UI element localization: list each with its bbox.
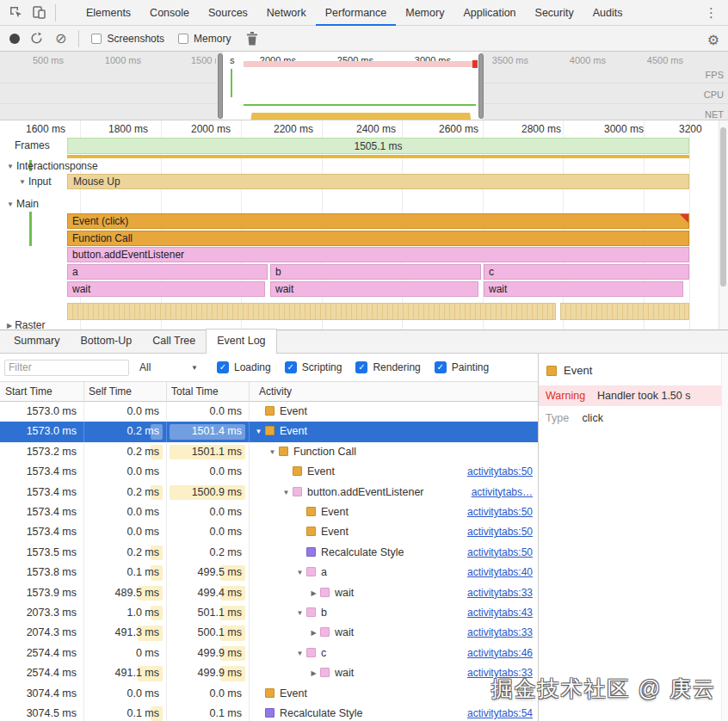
activity-strip[interactable] (67, 303, 556, 320)
loading-checkbox[interactable]: ✓Loading (217, 361, 271, 373)
bottom-tab-bottom-up[interactable]: Bottom-Up (70, 330, 142, 353)
collapse-arrow-icon[interactable]: ▼ (7, 163, 14, 170)
collapse-arrow-icon[interactable]: ▼ (7, 200, 14, 208)
flame-bar-event--click-[interactable]: Event (click) (67, 213, 689, 229)
column-divider[interactable] (249, 382, 250, 402)
source-link[interactable]: activitytabs:46 (467, 644, 533, 663)
record-button[interactable] (9, 34, 20, 44)
flame-bar-b[interactable]: b (270, 264, 481, 280)
source-link[interactable]: activitytabs:40 (467, 563, 533, 582)
checked-checkbox-icon[interactable]: ✓ (435, 361, 447, 373)
flame-bar-button-addeventlistener[interactable]: button.addEventListener (67, 247, 689, 262)
source-link[interactable]: activitytabs:33 (467, 623, 533, 643)
flame-chart-area[interactable]: 1600 ms1800 ms2000 ms2200 ms2400 ms2600 … (0, 120, 728, 330)
table-row[interactable]: 1573.4 ms0.0 ms0.0 msEventactivitytabs:5… (0, 522, 538, 542)
collapse-arrow-icon[interactable]: ▼ (19, 178, 26, 186)
table-row[interactable]: 2574.4 ms0 ms499.9 ms▼cactivitytabs:46 (0, 644, 538, 663)
bottom-tab-event-log[interactable]: Event Log (206, 329, 276, 354)
flame-bar-c[interactable]: c (484, 264, 689, 280)
bottom-tab-call-tree[interactable]: Call Tree (142, 330, 206, 353)
tab-elements[interactable]: Elements (77, 0, 140, 26)
rendering-checkbox[interactable]: ✓Rendering (355, 361, 420, 373)
collapse-arrow-icon[interactable]: ▼ (293, 563, 306, 582)
column-divider[interactable] (83, 382, 84, 402)
screenshots-checkbox-box[interactable] (91, 34, 102, 44)
column-header-activity[interactable]: Activity (259, 385, 292, 397)
trash-icon[interactable] (246, 32, 258, 46)
expand-arrow-icon[interactable]: ▶ (307, 623, 320, 643)
source-link[interactable]: activitytabs:33 (467, 583, 533, 603)
selection-right-handle[interactable] (478, 53, 484, 119)
activity-strip[interactable] (560, 303, 689, 320)
table-row[interactable]: 1573.0 ms0.2 ms1501.4 ms▼Event (0, 422, 538, 441)
painting-checkbox[interactable]: ✓Painting (435, 361, 489, 373)
source-link[interactable]: activitytabs:43 (467, 603, 533, 623)
flame-bar-a[interactable]: a (67, 264, 268, 280)
input-track-label[interactable]: ▼Input (19, 176, 52, 188)
memory-checkbox-box[interactable] (178, 34, 188, 44)
expand-arrow-icon[interactable]: ▶ (307, 583, 320, 603)
column-header-start-time[interactable]: Start Time (5, 385, 52, 397)
clear-icon[interactable]: ⊘ (55, 32, 66, 45)
table-row[interactable]: 2074.3 ms491.3 ms500.1 ms▶waitactivityta… (0, 623, 538, 643)
device-toolbar-icon[interactable] (32, 5, 46, 20)
source-link[interactable]: activitytabs… (472, 483, 533, 502)
collapse-arrow-icon[interactable]: ▼ (280, 483, 293, 502)
timeline-overview[interactable]: 500 ms1000 ms1500 ms2000 ms2500 ms3000 m… (0, 52, 728, 120)
source-link[interactable]: activitytabs:50 (467, 502, 533, 522)
main-track-label[interactable]: ▼Main (7, 198, 39, 210)
source-link[interactable]: activitytabs:50 (467, 522, 533, 542)
table-row[interactable]: 1573.9 ms489.5 ms499.4 ms▶waitactivityta… (0, 583, 538, 603)
collapse-arrow-icon[interactable]: ▼ (293, 644, 306, 663)
tab-sources[interactable]: Sources (199, 0, 257, 26)
table-row[interactable]: 1573.4 ms0.0 ms0.0 msEventactivitytabs:5… (0, 462, 538, 482)
reload-record-icon[interactable] (30, 32, 43, 45)
collapse-arrow-icon[interactable]: ▼ (293, 603, 306, 623)
screenshots-checkbox[interactable]: Screenshots (91, 33, 164, 45)
table-row[interactable]: 1573.5 ms0.2 ms0.2 msRecalculate Styleac… (0, 543, 538, 563)
mouse-up-bar[interactable]: Mouse Up (67, 174, 689, 189)
checked-checkbox-icon[interactable]: ✓ (217, 361, 229, 373)
expand-arrow-icon[interactable]: ▶ (307, 663, 320, 683)
table-row[interactable]: 1573.4 ms0.2 ms1500.9 ms▼button.addEvent… (0, 483, 538, 502)
column-header-self-time[interactable]: Self Time (89, 385, 132, 397)
tab-application[interactable]: Application (453, 0, 525, 26)
table-row[interactable]: 3074.4 ms0.0 ms0.0 msEvent (0, 684, 538, 704)
tab-audits[interactable]: Audits (583, 0, 632, 26)
tab-performance[interactable]: Performance (316, 0, 397, 26)
source-link[interactable]: activitytabs:54 (467, 704, 533, 721)
interactions-track-label[interactable]: ▼Interactionsponse (7, 160, 98, 172)
frames-duration-bar[interactable]: 1505.1 ms (67, 138, 689, 154)
table-row[interactable]: 2574.4 ms491.1 ms499.9 ms▶waitactivityta… (0, 663, 538, 683)
table-row[interactable]: 1573.8 ms0.1 ms499.5 ms▼aactivitytabs:40 (0, 563, 538, 582)
selection-left-handle[interactable] (218, 53, 223, 119)
checked-checkbox-icon[interactable]: ✓ (355, 361, 367, 373)
flame-bar-wait[interactable]: wait (484, 281, 683, 297)
filter-input[interactable] (4, 360, 129, 376)
flame-bar-wait[interactable]: wait (67, 281, 265, 297)
collapse-arrow-icon[interactable]: ▼ (266, 442, 279, 462)
table-row[interactable]: 1573.0 ms0.0 ms0.0 msEvent (0, 402, 538, 422)
table-row[interactable]: 1573.4 ms0.0 ms0.0 msEventactivitytabs:5… (0, 502, 538, 522)
tab-security[interactable]: Security (526, 0, 583, 26)
table-row[interactable]: 3074.5 ms0.1 ms0.1 msRecalculate Styleac… (0, 704, 538, 721)
category-filter-dropdown[interactable]: All ▼ (139, 361, 198, 373)
flame-bar-wait[interactable]: wait (270, 281, 478, 297)
table-row[interactable]: 2073.3 ms1.0 ms501.1 ms▼bactivitytabs:43 (0, 603, 538, 623)
collapse-arrow-icon[interactable]: ▼ (252, 422, 265, 441)
tab-memory[interactable]: Memory (396, 0, 453, 26)
column-divider[interactable] (166, 382, 167, 402)
table-row[interactable]: 1573.2 ms0.2 ms1501.1 ms▼Function Call (0, 442, 538, 462)
column-header-total-time[interactable]: Total Time (171, 385, 219, 397)
memory-checkbox[interactable]: Memory (178, 33, 231, 45)
expand-arrow-icon[interactable]: ▶ (7, 322, 12, 330)
tab-network[interactable]: Network (257, 0, 316, 26)
source-link[interactable]: activitytabs:50 (467, 543, 533, 563)
settings-gear-icon[interactable]: ⚙ (707, 32, 719, 48)
tab-console[interactable]: Console (140, 0, 199, 26)
inspect-element-icon[interactable] (9, 5, 23, 20)
details-scrollbar-track[interactable] (721, 354, 728, 721)
raster-track-label[interactable]: ▶Raster (7, 319, 46, 330)
scripting-checkbox[interactable]: ✓Scripting (285, 361, 342, 373)
flame-bar-function-call[interactable]: Function Call (67, 231, 689, 246)
